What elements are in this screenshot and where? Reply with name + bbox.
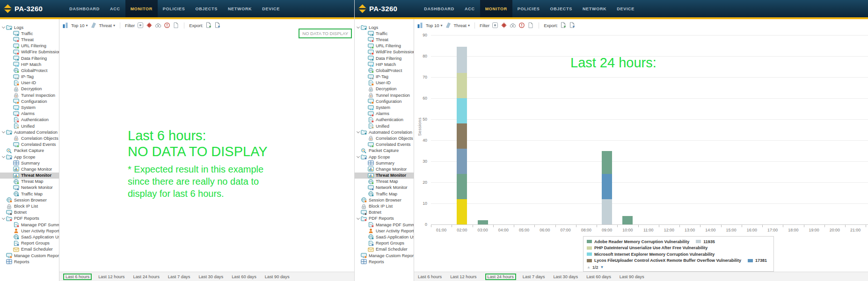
time-range-last-90-days[interactable]: Last 90 days bbox=[620, 274, 644, 279]
sidebar-item-pdf-reports[interactable]: PDF Reports bbox=[0, 216, 59, 222]
sidebar-item-correlated-events[interactable]: Correlated Events bbox=[355, 142, 414, 148]
sidebar-item-email-scheduler[interactable]: Email Scheduler bbox=[355, 246, 414, 252]
time-range-last-24-hours[interactable]: Last 24 hours bbox=[485, 274, 516, 280]
virus-filter-icon[interactable] bbox=[501, 22, 507, 29]
sidebar-item-manage-pdf-summary[interactable]: Manage PDF Summary bbox=[355, 222, 414, 228]
sidebar-item-correlation-objects[interactable]: Correlation Objects bbox=[0, 135, 59, 141]
sidebar-item-wildfire-submissions[interactable]: WildFire Submissions bbox=[0, 49, 59, 55]
sidebar-item-change-monitor[interactable]: Change Monitor bbox=[355, 166, 414, 172]
time-range-last-12-hours[interactable]: Last 12 hours bbox=[450, 274, 476, 279]
vulnerability-filter-icon[interactable] bbox=[518, 22, 525, 29]
sidebar-item-configuration[interactable]: Configuration bbox=[0, 98, 59, 104]
sidebar-item-email-scheduler[interactable]: Email Scheduler bbox=[0, 246, 59, 252]
sidebar-item-session-browser[interactable]: Session Browser bbox=[0, 197, 59, 203]
top-n-selector[interactable]: Top 10▾ bbox=[426, 23, 443, 28]
sidebar-item-traffic[interactable]: Traffic bbox=[355, 30, 414, 36]
sidebar-item-threat-monitor[interactable]: Threat Monitor bbox=[355, 173, 414, 179]
top-n-selector[interactable]: Top 10▾ bbox=[71, 23, 88, 28]
nav-item-dashboard[interactable]: DASHBOARD bbox=[419, 0, 460, 17]
nav-item-device[interactable]: DEVICE bbox=[612, 0, 640, 17]
sidebar-item-authentication[interactable]: Authentication bbox=[355, 117, 414, 123]
time-range-last-30-days[interactable]: Last 30 days bbox=[553, 274, 578, 279]
sidebar-item-automated-correlation-engine[interactable]: Automated Correlation Engine bbox=[355, 129, 414, 135]
sidebar-item-ip-tag[interactable]: IP-Tag bbox=[0, 74, 59, 80]
sidebar-item-alarms[interactable]: Alarms bbox=[355, 111, 414, 117]
sidebar-item-url-filtering[interactable]: URL Filtering bbox=[355, 43, 414, 49]
time-range-last-90-days[interactable]: Last 90 days bbox=[265, 274, 290, 279]
sidebar-item-configuration[interactable]: Configuration bbox=[355, 98, 414, 104]
sidebar-item-system[interactable]: System bbox=[0, 104, 59, 110]
time-range-last-7-days[interactable]: Last 7 days bbox=[168, 274, 190, 279]
time-range-last-30-days[interactable]: Last 30 days bbox=[198, 274, 223, 279]
sidebar-item-botnet[interactable]: Botnet bbox=[0, 209, 59, 216]
legend-row-lycos-fileuploader-control-activex-remote-buffer-overflow-vulnerability[interactable]: Lycos FileUploader Control ActiveX Remot… bbox=[587, 258, 770, 264]
sidebar-item-threat-map[interactable]: Threat Map bbox=[355, 179, 414, 185]
nav-item-network[interactable]: NETWORK bbox=[223, 0, 257, 17]
sidebar-item-saas-application-usage[interactable]: SaaS Application Usage bbox=[355, 234, 414, 240]
nav-item-policies[interactable]: POLICIES bbox=[512, 0, 545, 17]
sidebar-item-traffic-map[interactable]: Traffic Map bbox=[0, 191, 59, 197]
sidebar-item-app-scope[interactable]: App Scope bbox=[355, 154, 414, 160]
nav-item-policies[interactable]: POLICIES bbox=[158, 0, 190, 17]
sidebar-item-packet-capture[interactable]: Packet Capture bbox=[0, 148, 59, 154]
sidebar-item-logs[interactable]: Logs bbox=[355, 24, 414, 30]
time-range-last-24-hours[interactable]: Last 24 hours bbox=[133, 274, 160, 279]
sidebar-item-report-groups[interactable]: Report Groups bbox=[355, 240, 414, 246]
sidebar-item-threat-monitor[interactable]: Threat Monitor bbox=[0, 173, 59, 179]
time-range-last-6-hours[interactable]: Last 6 hours bbox=[418, 274, 442, 279]
sidebar-item-packet-capture[interactable]: Packet Capture bbox=[355, 148, 414, 154]
sidebar-item-saas-application-usage[interactable]: SaaS Application Usage bbox=[0, 234, 59, 240]
time-range-last-60-days[interactable]: Last 60 days bbox=[232, 274, 256, 279]
virus-filter-icon[interactable] bbox=[146, 22, 153, 29]
sidebar-item-change-monitor[interactable]: Change Monitor bbox=[0, 166, 59, 172]
sidebar-item-user-activity-report[interactable]: User Activity Report bbox=[355, 228, 414, 234]
scan-filter-icon[interactable] bbox=[492, 22, 498, 29]
sidebar-item-user-activity-report[interactable]: User Activity Report bbox=[0, 228, 59, 234]
sidebar-item-reports[interactable]: Reports bbox=[0, 259, 59, 265]
sidebar-item-network-monitor[interactable]: Network Monitor bbox=[355, 185, 414, 191]
sidebar-item-logs[interactable]: Logs bbox=[0, 24, 59, 30]
spyware-filter-icon[interactable] bbox=[510, 22, 516, 29]
sidebar-item-decryption[interactable]: Decryption bbox=[355, 86, 414, 92]
sidebar-item-url-filtering[interactable]: URL Filtering bbox=[0, 43, 59, 49]
sidebar-item-threat-map[interactable]: Threat Map bbox=[0, 179, 59, 185]
export-pdf-icon[interactable] bbox=[569, 22, 576, 29]
sidebar-item-data-filtering[interactable]: Data Filtering bbox=[0, 55, 59, 61]
sidebar-item-summary[interactable]: Summary bbox=[0, 160, 59, 166]
sidebar-item-correlated-events[interactable]: Correlated Events bbox=[0, 142, 59, 148]
sidebar-item-network-monitor[interactable]: Network Monitor bbox=[0, 185, 59, 191]
data-type-selector[interactable]: Threat▾ bbox=[454, 23, 470, 28]
time-range-last-60-days[interactable]: Last 60 days bbox=[586, 274, 611, 279]
legend-page-down-icon[interactable]: ▼ bbox=[600, 265, 604, 269]
spyware-filter-icon[interactable] bbox=[155, 22, 161, 29]
sidebar-item-authentication[interactable]: Authentication bbox=[0, 117, 59, 123]
file-filter-icon[interactable] bbox=[173, 22, 179, 29]
sidebar-item-tunnel-inspection[interactable]: Tunnel Inspection bbox=[0, 92, 59, 98]
nav-item-monitor[interactable]: MONITOR bbox=[125, 0, 158, 17]
sidebar-item-session-browser[interactable]: Session Browser bbox=[355, 197, 414, 203]
nav-item-monitor[interactable]: MONITOR bbox=[480, 0, 512, 17]
sidebar-item-pdf-reports[interactable]: PDF Reports bbox=[355, 216, 414, 222]
sidebar-item-summary[interactable]: Summary bbox=[355, 160, 414, 166]
sidebar-item-alarms[interactable]: Alarms bbox=[0, 111, 59, 117]
export-image-icon[interactable] bbox=[560, 22, 567, 29]
sidebar-item-globalprotect[interactable]: GlobalProtect bbox=[355, 67, 414, 73]
sidebar-item-block-ip-list[interactable]: Block IP List bbox=[355, 203, 414, 209]
legend-row-php-dateinterval-unserialize-use-after-free-vulnerability[interactable]: PHP DateInterval Unserialize Use After F… bbox=[587, 245, 770, 252]
sidebar-item-unified[interactable]: Unified bbox=[355, 123, 414, 129]
sidebar-item-user-id[interactable]: User-ID bbox=[355, 80, 414, 86]
sidebar-item-manage-custom-reports[interactable]: Manage Custom Reports bbox=[0, 252, 59, 259]
sidebar-item-wildfire-submissions[interactable]: WildFire Submissions bbox=[355, 49, 414, 55]
sidebar-item-automated-correlation-engine[interactable]: Automated Correlation Engine bbox=[0, 129, 59, 135]
time-range-last-7-days[interactable]: Last 7 days bbox=[523, 274, 545, 279]
sidebar-item-threat[interactable]: Threat bbox=[355, 36, 414, 43]
legend-row-adobe-reader-memory-corruption-vulnerability[interactable]: Adobe Reader Memory Corruption Vulnerabi… bbox=[587, 238, 770, 245]
sidebar-item-app-scope[interactable]: App Scope bbox=[0, 154, 59, 160]
sidebar-item-report-groups[interactable]: Report Groups bbox=[0, 240, 59, 246]
sidebar-item-data-filtering[interactable]: Data Filtering bbox=[355, 55, 414, 61]
sidebar-item-ip-tag[interactable]: IP-Tag bbox=[355, 74, 414, 80]
sidebar-item-botnet[interactable]: Botnet bbox=[355, 209, 414, 216]
nav-item-objects[interactable]: OBJECTS bbox=[545, 0, 577, 17]
export-pdf-icon[interactable] bbox=[214, 22, 221, 29]
sidebar-item-manage-pdf-summary[interactable]: Manage PDF Summary bbox=[0, 222, 59, 228]
